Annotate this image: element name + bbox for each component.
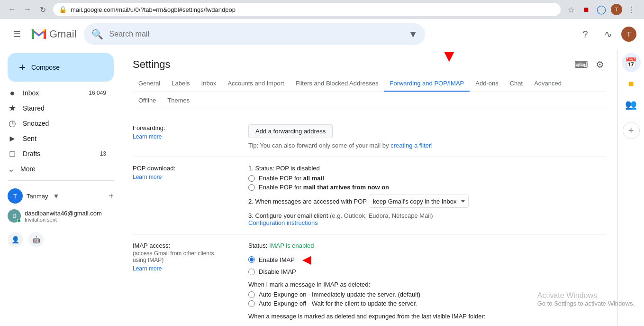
tab-addons[interactable]: Add-ons xyxy=(470,76,504,92)
imap-learn-more[interactable]: Learn more xyxy=(133,265,237,272)
tab-labels[interactable]: Labels xyxy=(166,76,195,92)
account-name: Tanmay xyxy=(27,193,48,200)
back-button[interactable]: ← xyxy=(6,3,19,16)
add-widget-button[interactable]: + xyxy=(623,122,640,139)
pop-label-col: POP download: Learn more xyxy=(133,165,237,226)
pop-dropdown[interactable]: keep Gmail's copy in the Inbox xyxy=(369,195,469,208)
main-layout: + Compose ● Inbox 16,049 ★ Starred ◷ Sno… xyxy=(0,49,644,326)
gmail-logo: Gmail xyxy=(30,26,76,43)
forwarding-learn-more[interactable]: Learn more xyxy=(133,133,237,140)
forwarding-label: Forwarding: xyxy=(133,124,237,131)
imap-status-prefix: Status: xyxy=(248,242,269,249)
imap-disable-radio[interactable] xyxy=(248,269,255,275)
tab-filters[interactable]: Filters and Blocked Addresses xyxy=(290,76,384,92)
chat-info: dasdipanwita46@gmail.com Invitation sent xyxy=(25,210,102,223)
account-dropdown-icon[interactable]: ▼ xyxy=(53,192,60,200)
tab-chat[interactable]: Chat xyxy=(504,76,528,92)
auto-expunge-on-option: Auto-Expunge on - Immediately update the… xyxy=(248,291,606,298)
gear-icon[interactable]: ⚙ xyxy=(594,57,606,72)
more-label: More xyxy=(20,165,36,173)
search-input[interactable] xyxy=(109,30,402,38)
extension2-icon[interactable]: ◯ xyxy=(595,3,608,16)
tab-forwarding[interactable]: Forwarding and POP/IMAP xyxy=(384,76,470,92)
pop-radio-all[interactable] xyxy=(248,175,255,182)
starred-icon: ★ xyxy=(8,103,17,113)
settings-tabs: General Labels Inbox Accounts and Import… xyxy=(133,76,606,92)
apps-button[interactable]: ∿ xyxy=(599,25,617,44)
sidebar-item-starred[interactable]: ★ Starred xyxy=(0,101,114,116)
extension-icon[interactable]: ■ xyxy=(580,3,593,16)
snoozed-icon: ◷ xyxy=(8,118,17,129)
pop-status: 1. Status: POP is disabled xyxy=(248,165,606,172)
expunged-label: When a message is marked as deleted and … xyxy=(248,313,606,320)
imap-enable-radio[interactable] xyxy=(248,256,255,263)
drafts-icon: □ xyxy=(8,149,17,159)
tab-advanced[interactable]: Advanced xyxy=(528,76,567,92)
imap-status-line: Status: IMAP is enabled xyxy=(248,242,606,249)
browser-topbar: ← → ↻ 🔒 mail.google.com/mail/u/0/?tab=rm… xyxy=(0,0,644,19)
chat-status: Invitation sent xyxy=(25,217,102,223)
mark-deleted-label: When I mark a message in IMAP as deleted… xyxy=(248,281,606,288)
pop-label: POP download: xyxy=(133,165,237,172)
tip-text-prefix: Tip: You can also forward only some of y… xyxy=(248,142,389,149)
tab-accounts[interactable]: Accounts and Import xyxy=(222,76,290,92)
chat-contact-name: dasdipanwita46@gmail.com xyxy=(25,210,102,217)
contacts-button[interactable]: 👥 xyxy=(622,95,641,114)
expunge-off-radio[interactable] xyxy=(248,300,255,307)
address-bar[interactable]: 🔒 mail.google.com/mail/u/0/?tab=rm&ogbl#… xyxy=(53,3,561,16)
sent-icon: ► xyxy=(8,134,17,144)
sidebar-item-inbox[interactable]: ● Inbox 16,049 xyxy=(0,85,114,101)
pop-section3-detail: (e.g. Outlook, Eudora, Netscape Mail) xyxy=(330,212,433,219)
pop-section3-label: 3. Configure your email client (e.g. Out… xyxy=(248,212,433,219)
tab-general[interactable]: General xyxy=(133,76,166,92)
forwarding-value-col: Add a forwarding address Tip: You can al… xyxy=(248,124,606,149)
forward-button[interactable]: → xyxy=(21,3,34,16)
tab-inbox[interactable]: Inbox xyxy=(196,76,222,92)
drafts-count: 13 xyxy=(100,150,106,157)
account-add-icon[interactable]: + xyxy=(109,191,114,201)
subtab-themes[interactable]: Themes xyxy=(162,94,195,107)
sent-label: Sent xyxy=(23,135,106,142)
pop-option2: Enable POP for mail that arrives from no… xyxy=(248,184,606,191)
pop-option1: Enable POP for all mail xyxy=(248,175,606,182)
lock-icon: 🔒 xyxy=(59,6,67,13)
calendar-button[interactable]: 📅 xyxy=(622,53,641,72)
account-avatar[interactable]: T xyxy=(8,188,23,204)
browser-actions: ☆ ■ ◯ T ⋮ xyxy=(564,3,638,16)
menu-icon[interactable]: ⋮ xyxy=(625,3,638,16)
add-forwarding-button[interactable]: Add a forwarding address xyxy=(248,124,333,138)
gmail-logo-text: Gmail xyxy=(49,28,76,40)
sidebar-item-drafts[interactable]: □ Drafts 13 xyxy=(0,146,114,161)
compose-plus-icon: + xyxy=(19,61,26,74)
add-bot-button[interactable]: 🤖 xyxy=(28,232,44,247)
red-down-arrow: ▼ xyxy=(441,49,458,65)
tasks-button[interactable]: ■ xyxy=(622,74,641,93)
user-avatar[interactable]: T xyxy=(621,27,636,42)
chat-item[interactable]: d dasdipanwita46@gmail.com Invitation se… xyxy=(0,207,121,224)
profile-icon[interactable]: T xyxy=(610,3,623,16)
account-section: T Tanmay ▼ + xyxy=(0,185,121,207)
imap-disable-label: Disable IMAP xyxy=(259,268,296,275)
subtab-offline[interactable]: Offline xyxy=(133,94,162,107)
tip-link[interactable]: creating a filter! xyxy=(390,142,433,149)
search-bar[interactable]: 🔍 ▼ xyxy=(84,23,425,45)
pop-option1-label: Enable POP for all mail xyxy=(259,175,324,182)
settings-header: Settings ⌨ ⚙ xyxy=(133,49,606,76)
keyboard-icon[interactable]: ⌨ xyxy=(572,57,590,72)
refresh-button[interactable]: ↻ xyxy=(36,3,49,16)
search-dropdown-icon[interactable]: ▼ xyxy=(408,29,418,40)
sidebar-item-snoozed[interactable]: ◷ Snoozed xyxy=(0,116,114,131)
red-right-arrow: ◀ xyxy=(302,253,311,266)
pop-learn-more[interactable]: Learn more xyxy=(133,174,237,180)
help-button[interactable]: ? xyxy=(576,25,595,44)
sidebar-item-sent[interactable]: ► Sent xyxy=(0,131,114,146)
forwarding-tip: Tip: You can also forward only some of y… xyxy=(248,142,606,149)
compose-button[interactable]: + Compose xyxy=(8,53,114,82)
expunge-on-radio[interactable] xyxy=(248,291,255,298)
pop-radio-now[interactable] xyxy=(248,184,255,191)
sidebar-item-more[interactable]: ⌄ More xyxy=(0,161,121,177)
hamburger-button[interactable]: ☰ xyxy=(8,25,27,44)
config-link[interactable]: Configuration instructions xyxy=(248,219,606,226)
bookmark-icon[interactable]: ☆ xyxy=(564,3,578,16)
add-contact-button[interactable]: 👤 xyxy=(8,232,23,247)
